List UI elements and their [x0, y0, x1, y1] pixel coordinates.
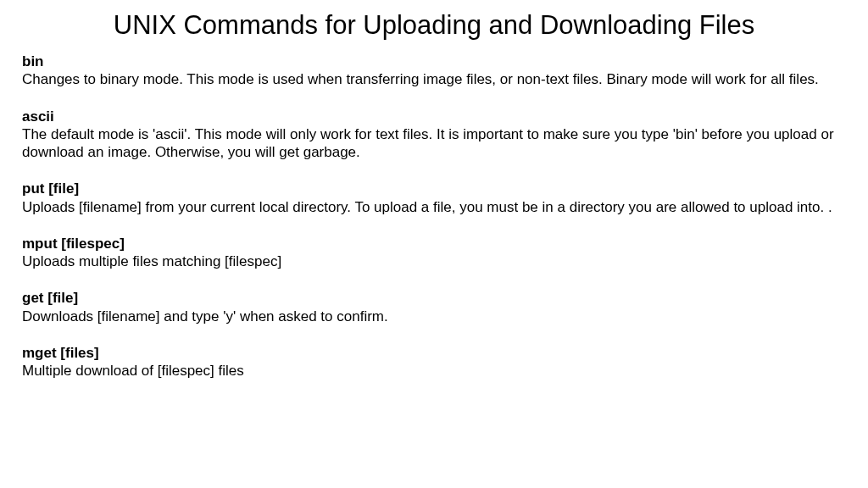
page-title: UNIX Commands for Uploading and Download…: [22, 10, 846, 41]
command-desc: Changes to binary mode. This mode is use…: [22, 71, 819, 87]
command-name: mput [filespec]: [22, 235, 846, 252]
command-entry: ascii The default mode is 'ascii'. This …: [22, 108, 846, 162]
command-name: get [file]: [22, 289, 846, 307]
command-desc: Uploads [filename] from your current loc…: [22, 199, 832, 215]
command-desc: Uploads multiple files matching [filespe…: [22, 253, 281, 269]
command-entry: bin Changes to binary mode. This mode is…: [22, 53, 846, 89]
command-desc: Multiple download of [filespec] files: [22, 363, 244, 379]
command-entry: mget [files] Multiple download of [files…: [22, 344, 846, 380]
command-desc: Downloads [filename] and type 'y' when a…: [22, 308, 388, 324]
command-name: bin: [22, 53, 846, 70]
command-entry: get [file] Downloads [filename] and type…: [22, 289, 846, 325]
command-name: mget [files]: [22, 344, 846, 362]
command-entry: put [file] Uploads [filename] from your …: [22, 180, 846, 216]
command-desc: The default mode is 'ascii'. This mode w…: [22, 126, 834, 160]
command-name: ascii: [22, 108, 846, 125]
command-entry: mput [filespec] Uploads multiple files m…: [22, 235, 846, 271]
command-name: put [file]: [22, 180, 846, 197]
